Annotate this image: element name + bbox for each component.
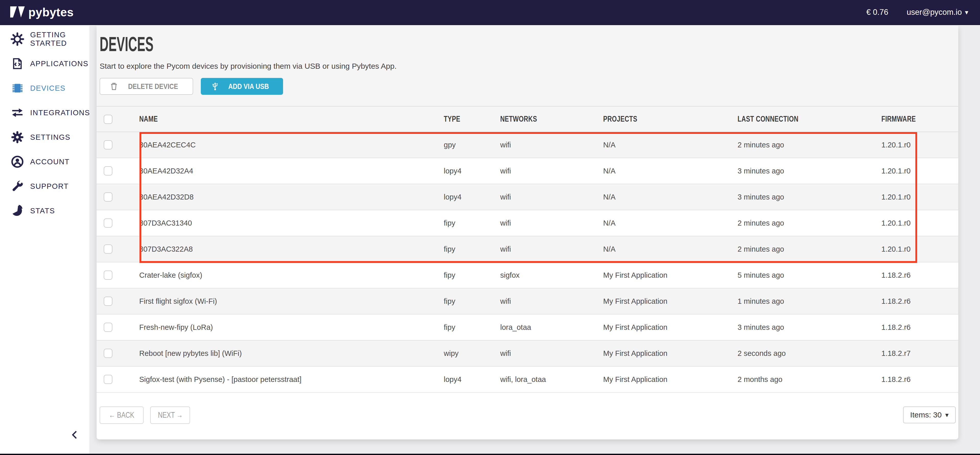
row-checkbox[interactable] [104, 140, 112, 150]
device-row[interactable]: 30AEA42D32D8 lopy4 wifi N/A 3 minutes ag… [97, 184, 958, 210]
cell-device-projects: N/A [603, 158, 738, 184]
sidebar-item-integrations[interactable]: INTEGRATIONS [0, 100, 89, 125]
table-footer: ← BACK NEXT → Items: 30 ▾ [97, 393, 958, 438]
row-checkbox[interactable] [104, 245, 112, 254]
column-header-projects: PROJECTS [603, 106, 738, 132]
row-checkbox[interactable] [104, 218, 112, 228]
cell-device-last-connection: 2 minutes ago [738, 132, 881, 158]
sidebar-item-account[interactable]: ACCOUNT [0, 150, 89, 174]
cell-device-firmware: 1.18.2.r6 [881, 262, 958, 288]
account-balance[interactable]: € 0.76 [866, 8, 888, 17]
sidebar-item-getting-started[interactable]: GETTING STARTED [0, 27, 89, 51]
device-table-body: 30AEA42CEC4C gpy wifi N/A 2 minutes ago … [97, 132, 958, 392]
sidebar-item-stats[interactable]: STATS [0, 199, 89, 223]
devices-table-wrap: NAME TYPE NETWORKS PROJECTS LAST CONNECT… [97, 106, 958, 393]
cell-device-networks: wifi [500, 184, 603, 210]
cell-device-name: Fresh-new-fipy (LoRa) [139, 314, 444, 340]
sidebar-collapse-button[interactable] [66, 426, 84, 444]
cell-device-type: fipy [444, 262, 500, 288]
cell-device-networks: wifi, lora_otaa [500, 366, 603, 392]
row-checkbox[interactable] [104, 297, 112, 306]
cell-device-name: 807D3AC31340 [139, 210, 444, 236]
device-row[interactable]: Reboot [new pybytes lib] (WiFi) wipy wif… [97, 340, 958, 366]
device-row[interactable]: Crater-lake (sigfox) fipy sigfox My Firs… [97, 262, 958, 288]
sidebar-item-label: SUPPORT [30, 182, 69, 191]
add-via-usb-button[interactable]: ADD VIA USB [201, 78, 283, 95]
devices-table: NAME TYPE NETWORKS PROJECTS LAST CONNECT… [97, 106, 958, 393]
pybytes-logo[interactable]: pybytes [10, 5, 73, 19]
device-row[interactable]: Fresh-new-fipy (LoRa) fipy lora_otaa My … [97, 314, 958, 340]
devices-panel: DEVICES Start to explore the Pycom devic… [97, 26, 958, 439]
sidebar-item-label: ACCOUNT [30, 158, 70, 166]
cell-device-name: 30AEA42D32D8 [139, 184, 444, 210]
cell-device-projects: My First Application [603, 262, 738, 288]
cell-device-last-connection: 3 minutes ago [738, 184, 881, 210]
back-button[interactable]: ← BACK [100, 406, 143, 424]
pie-chart-icon [10, 204, 24, 218]
device-row[interactable]: 807D3AC31340 fipy wifi N/A 2 minutes ago… [97, 210, 958, 236]
code-document-icon [10, 56, 24, 71]
cell-device-last-connection: 3 minutes ago [738, 314, 881, 340]
user-icon [10, 154, 24, 169]
page-subtitle: Start to explore the Pycom devices by pr… [100, 62, 955, 71]
next-button[interactable]: NEXT → [150, 406, 190, 424]
sidebar-item-label: SETTINGS [30, 133, 70, 142]
wrench-icon [10, 179, 24, 193]
row-checkbox[interactable] [104, 349, 112, 358]
cell-device-last-connection: 5 minutes ago [738, 262, 881, 288]
cell-device-firmware: 1.18.2.r6 [881, 314, 958, 340]
device-row[interactable]: Sigfox-test (with Pysense) - [pastoor pe… [97, 366, 958, 392]
items-per-page-dropdown[interactable]: Items: 30 ▾ [903, 406, 956, 423]
cell-device-firmware: 1.18.2.r7 [881, 340, 958, 366]
row-checkbox[interactable] [104, 270, 112, 280]
row-checkbox[interactable] [104, 192, 112, 202]
sidebar-item-label: INTEGRATIONS [30, 108, 90, 117]
pycom-logo-icon [10, 6, 25, 18]
sidebar-item-support[interactable]: SUPPORT [0, 174, 89, 199]
row-checkbox[interactable] [104, 323, 112, 332]
sidebar-item-settings[interactable]: SETTINGS [0, 125, 89, 150]
cell-device-projects: My First Application [603, 340, 738, 366]
device-row[interactable]: 30AEA42CEC4C gpy wifi N/A 2 minutes ago … [97, 132, 958, 158]
cell-device-type: lopy4 [444, 158, 500, 184]
cell-device-name: 30AEA42D32A4 [139, 158, 444, 184]
chevron-left-icon [69, 429, 81, 441]
column-header-firmware: FIRMWARE [881, 106, 958, 132]
column-header-last-connection: LAST CONNECTION [738, 106, 881, 132]
delete-device-button[interactable]: DELETE DEVICE [100, 78, 193, 95]
cell-device-name: Sigfox-test (with Pysense) - [pastoor pe… [139, 366, 444, 392]
sidebar-item-label: GETTING STARTED [30, 31, 89, 48]
cell-device-networks: wifi [500, 340, 603, 366]
device-row[interactable]: First flight sigfox (Wi-Fi) fipy wifi My… [97, 288, 958, 314]
cell-device-name: First flight sigfox (Wi-Fi) [139, 288, 444, 314]
cell-device-networks: wifi [500, 236, 603, 262]
column-header-name: NAME [139, 106, 444, 132]
cell-device-projects: N/A [603, 236, 738, 262]
cell-device-networks: wifi [500, 210, 603, 236]
cell-device-type: lopy4 [444, 184, 500, 210]
cell-device-firmware: 1.20.1.r0 [881, 158, 958, 184]
table-header-row: NAME TYPE NETWORKS PROJECTS LAST CONNECT… [97, 106, 958, 132]
sidebar-item-applications[interactable]: APPLICATIONS [0, 51, 89, 76]
sidebar-item-devices[interactable]: DEVICES [0, 76, 89, 100]
cell-device-name: 30AEA42CEC4C [139, 132, 444, 158]
top-navbar: pybytes € 0.76 user@pycom.io ▾ [0, 0, 980, 25]
cell-device-projects: My First Application [603, 314, 738, 340]
cell-device-firmware: 1.20.1.r0 [881, 184, 958, 210]
row-checkbox[interactable] [104, 375, 112, 384]
window-bottom-edge [0, 454, 980, 455]
user-menu[interactable]: user@pycom.io ▾ [907, 8, 968, 17]
cell-device-projects: N/A [603, 184, 738, 210]
page-title: DEVICES [100, 33, 154, 55]
cell-device-last-connection: 2 minutes ago [738, 236, 881, 262]
device-row[interactable]: 30AEA42D32A4 lopy4 wifi N/A 3 minutes ag… [97, 158, 958, 184]
cell-device-networks: wifi [500, 288, 603, 314]
row-checkbox[interactable] [104, 166, 112, 175]
device-row[interactable]: 807D3AC322A8 fipy wifi N/A 2 minutes ago… [97, 236, 958, 262]
cell-device-projects: My First Application [603, 366, 738, 392]
cell-device-last-connection: 2 seconds ago [738, 340, 881, 366]
usb-icon [210, 82, 220, 91]
cell-device-firmware: 1.20.1.r0 [881, 132, 958, 158]
select-all-checkbox[interactable] [104, 115, 112, 124]
sun-icon [10, 32, 24, 46]
